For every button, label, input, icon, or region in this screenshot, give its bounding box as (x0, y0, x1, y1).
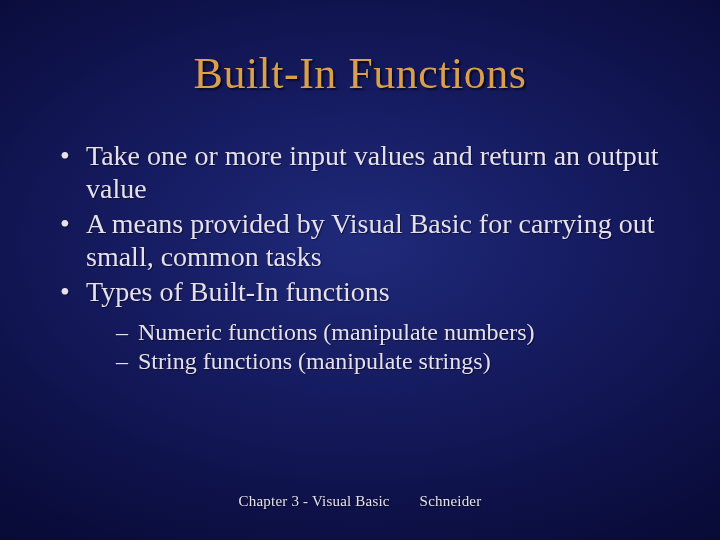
bullet-text: A means provided by Visual Basic for car… (86, 208, 655, 272)
sub-bullet-text: Numeric functions (manipulate numbers) (138, 319, 535, 345)
slide-footer: Chapter 3 - Visual Basic Schneider (0, 493, 720, 510)
sub-bullet-text: String functions (manipulate strings) (138, 348, 491, 374)
slide-title: Built-In Functions (40, 48, 680, 99)
sub-bullet-item: String functions (manipulate strings) (116, 347, 680, 376)
bullet-item: Types of Built-In functions Numeric func… (56, 275, 680, 377)
bullet-item: A means provided by Visual Basic for car… (56, 207, 680, 273)
slide-body: Take one or more input values and return… (40, 139, 680, 377)
bullet-text: Take one or more input values and return… (86, 140, 659, 204)
bullet-text: Types of Built-In functions (86, 276, 390, 307)
slide: Built-In Functions Take one or more inpu… (0, 0, 720, 540)
sub-bullet-item: Numeric functions (manipulate numbers) (116, 318, 680, 347)
footer-left: Chapter 3 - Visual Basic (239, 493, 390, 509)
footer-right: Schneider (420, 493, 482, 509)
bullet-list: Take one or more input values and return… (40, 139, 680, 377)
bullet-item: Take one or more input values and return… (56, 139, 680, 205)
sub-bullet-list: Numeric functions (manipulate numbers) S… (86, 318, 680, 377)
